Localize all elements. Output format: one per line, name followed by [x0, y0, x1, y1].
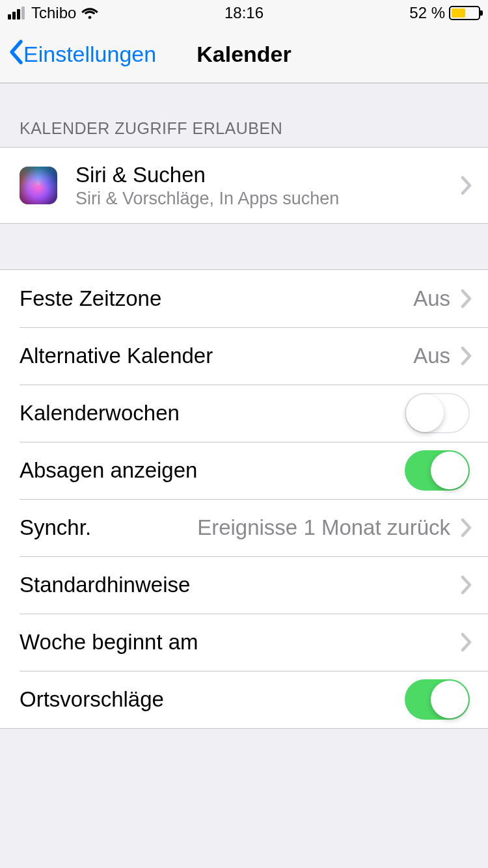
section-header-access: KALENDER ZUGRIFF ERLAUBEN	[0, 83, 488, 147]
row-label: Kalenderwochen	[20, 401, 405, 426]
row-subtitle: Siri & Vorschläge, In Apps suchen	[75, 189, 457, 209]
toggle-knob	[431, 452, 468, 489]
cellular-signal-icon	[8, 7, 25, 20]
battery-percent-label: 52 %	[409, 4, 445, 22]
row-alternative-calendars[interactable]: Alternative Kalender Aus	[0, 327, 488, 385]
siri-icon	[20, 167, 57, 204]
back-label: Einstellungen	[23, 42, 156, 67]
list-group-settings: Feste Zeitzone Aus Alternative Kalender …	[0, 269, 488, 729]
section-gap	[0, 224, 488, 269]
row-default-alerts[interactable]: Standardhinweise	[0, 556, 488, 614]
row-location-suggestions: Ortsvorschläge	[0, 671, 488, 728]
row-value: Aus	[413, 344, 457, 368]
chevron-right-icon	[457, 346, 488, 366]
toggle-week-numbers[interactable]	[405, 393, 470, 433]
row-week-numbers: Kalenderwochen	[0, 385, 488, 442]
battery-fill	[452, 8, 465, 18]
row-label: Ortsvorschläge	[20, 687, 405, 712]
row-sync[interactable]: Synchr. Ereignisse 1 Monat zurück	[0, 499, 488, 556]
row-text: Siri & Suchen Siri & Vorschläge, In Apps…	[75, 154, 457, 218]
toggle-knob	[431, 681, 468, 718]
toggle-knob	[406, 394, 444, 432]
row-label: Woche beginnt am	[20, 630, 457, 655]
battery-icon	[449, 6, 480, 20]
carrier-label: Tchibo	[31, 4, 76, 22]
status-time: 18:16	[224, 4, 264, 22]
chevron-right-icon	[457, 518, 488, 537]
back-button[interactable]: Einstellungen	[0, 39, 156, 70]
row-label: Synchr.	[20, 515, 197, 540]
toggle-show-declined[interactable]	[405, 450, 470, 491]
chevron-right-icon	[457, 289, 488, 308]
chevron-right-icon	[457, 575, 488, 595]
row-siri-search[interactable]: Siri & Suchen Siri & Vorschläge, In Apps…	[0, 148, 488, 223]
nav-header: Einstellungen Kalender	[0, 26, 488, 83]
row-title: Siri & Suchen	[75, 163, 457, 187]
row-show-declined: Absagen anzeigen	[0, 442, 488, 499]
row-fixed-timezone[interactable]: Feste Zeitzone Aus	[0, 270, 488, 327]
row-label: Alternative Kalender	[20, 344, 413, 368]
row-value: Ereignisse 1 Monat zurück	[197, 515, 457, 540]
status-bar: Tchibo 18:16 52 %	[0, 0, 488, 26]
chevron-right-icon	[457, 632, 488, 652]
chevron-right-icon	[457, 176, 488, 195]
status-left: Tchibo	[8, 4, 100, 22]
chevron-left-icon	[8, 39, 23, 70]
row-value: Aus	[413, 286, 457, 311]
wifi-icon	[80, 6, 100, 20]
row-label: Standardhinweise	[20, 573, 457, 597]
toggle-location-suggestions[interactable]	[405, 679, 470, 720]
row-label: Absagen anzeigen	[20, 458, 405, 483]
page-title: Kalender	[197, 42, 291, 67]
row-label: Feste Zeitzone	[20, 286, 413, 311]
status-right: 52 %	[409, 4, 480, 22]
list-group-access: Siri & Suchen Siri & Vorschläge, In Apps…	[0, 147, 488, 224]
row-week-start[interactable]: Woche beginnt am	[0, 614, 488, 671]
